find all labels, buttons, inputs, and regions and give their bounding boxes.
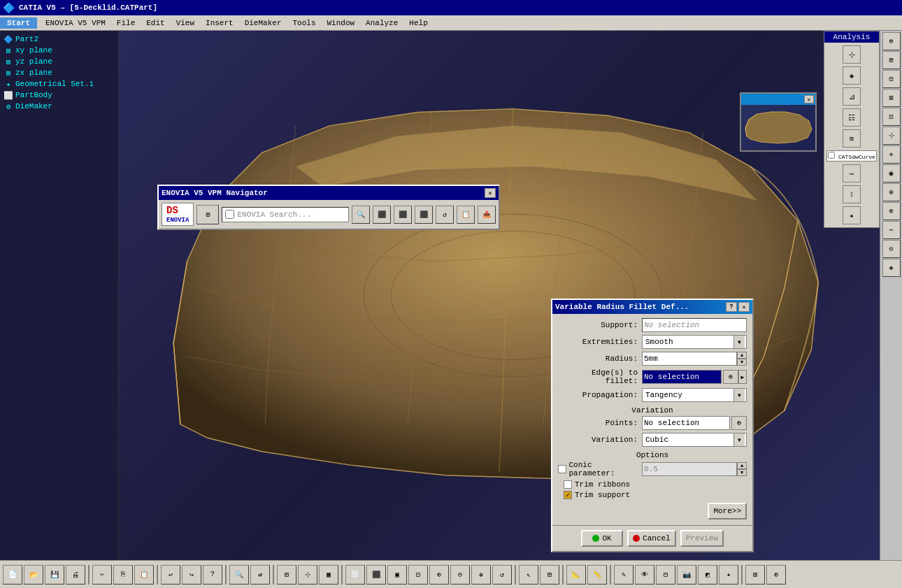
btn-rotate[interactable]: ↺ xyxy=(492,565,512,585)
points-select-icon[interactable]: ⊕ xyxy=(731,416,747,430)
conic-spin-down[interactable]: ▼ xyxy=(737,469,747,476)
btn-copy[interactable]: ⎘ xyxy=(113,565,133,585)
rt-btn-11[interactable]: ⋯ xyxy=(882,221,901,239)
tree-item-partbody[interactable]: ⬜ PartBody xyxy=(3,89,115,101)
btn-redo[interactable]: ↪ xyxy=(182,565,201,585)
rt-btn-8[interactable]: ◉ xyxy=(882,164,901,182)
menu-edit[interactable]: Edit xyxy=(141,17,170,29)
btn-view2[interactable]: ⬛ xyxy=(366,565,386,585)
edges-expand-icon[interactable]: ▶ xyxy=(738,370,747,384)
analysis-icon6[interactable]: ⋯ xyxy=(843,164,861,182)
btn-zoom-fit[interactable]: ⊡ xyxy=(408,565,428,585)
btn-cut[interactable]: ✂ xyxy=(92,565,112,585)
rt-btn-10[interactable]: ⊕ xyxy=(882,202,901,220)
enovia-tool1[interactable]: 🔍 xyxy=(352,206,370,224)
enovia-titlebar[interactable]: ENOVIA V5 VPM Navigator ✕ xyxy=(159,186,499,200)
rt-btn-3[interactable]: ⊟ xyxy=(882,70,901,88)
rt-btn-2[interactable]: ⊞ xyxy=(882,51,901,69)
variation-select[interactable]: Cubic ▼ xyxy=(642,433,747,447)
analysis-icon2[interactable]: ◈ xyxy=(843,66,861,85)
extremities-arrow-icon[interactable]: ▼ xyxy=(733,336,745,348)
radius-spin-down[interactable]: ▼ xyxy=(737,359,747,366)
more-button[interactable]: More>> xyxy=(708,503,747,519)
edges-select-icon[interactable]: ⊕ xyxy=(723,370,738,384)
menu-file[interactable]: File xyxy=(111,17,141,29)
conic-spin-up[interactable]: ▲ xyxy=(737,462,747,469)
support-input[interactable]: No selection xyxy=(642,318,747,332)
fillet-close-button[interactable]: ✕ xyxy=(738,302,750,312)
btn-help[interactable]: ? xyxy=(203,565,222,585)
rt-btn-9[interactable]: ⊗ xyxy=(882,183,901,201)
btn-select[interactable]: ↖ xyxy=(519,565,538,585)
btn-grid[interactable]: ⊞ xyxy=(277,565,296,585)
btn-zoom-in[interactable]: ⊕ xyxy=(429,565,449,585)
enovia-nav-icon[interactable]: ⊞ xyxy=(196,205,219,224)
rt-btn-6[interactable]: ⊹ xyxy=(882,127,901,145)
cancel-button[interactable]: Cancel xyxy=(627,530,676,547)
rt-btn-4[interactable]: ⊠ xyxy=(882,89,901,107)
enovia-search-checkbox[interactable] xyxy=(225,210,234,219)
btn-snap[interactable]: ⊠ xyxy=(745,565,765,585)
analysis-icon5[interactable]: ≋ xyxy=(843,129,861,148)
enovia-tool2[interactable]: ⬛ xyxy=(373,206,391,224)
menu-start[interactable]: Start xyxy=(0,17,37,29)
btn-sketch[interactable]: ⊕ xyxy=(766,565,786,585)
btn-search[interactable]: 🔍 xyxy=(229,565,249,585)
menu-analyze[interactable]: Analyze xyxy=(360,17,403,29)
3d-viewport[interactable]: ENOVIA V5 VPM Navigator ✕ DS ENOVIA ⊞ EN… xyxy=(119,31,880,560)
analysis-icon3[interactable]: ⊿ xyxy=(843,87,861,106)
variation-arrow-icon[interactable]: ▼ xyxy=(733,433,745,446)
radius-spin-up[interactable]: ▲ xyxy=(737,352,747,359)
trim-ribbons-checkbox[interactable] xyxy=(564,480,572,489)
analysis-icon7[interactable]: ↕ xyxy=(843,185,861,203)
enovia-close-button[interactable]: ✕ xyxy=(485,188,496,198)
analysis-icon8[interactable]: ✦ xyxy=(843,206,861,224)
btn-pan[interactable]: ✥ xyxy=(471,565,491,585)
propagation-arrow-icon[interactable]: ▼ xyxy=(733,389,745,401)
conic-checkbox[interactable] xyxy=(558,465,566,473)
radius-input[interactable]: 5mm xyxy=(642,352,737,366)
btn-axis[interactable]: ⊹ xyxy=(298,565,317,585)
extremities-select[interactable]: Smooth ▼ xyxy=(642,335,747,349)
btn-zoom-out[interactable]: ⊖ xyxy=(450,565,470,585)
menu-insert[interactable]: Insert xyxy=(200,17,239,29)
propagation-select[interactable]: Tangency ▼ xyxy=(642,388,747,402)
btn-save[interactable]: 💾 xyxy=(45,565,64,585)
enovia-search-input[interactable]: ENOVIA Search... xyxy=(237,210,345,219)
btn-print[interactable]: 🖨 xyxy=(66,565,85,585)
points-input[interactable]: No selection xyxy=(642,416,730,430)
tree-item-geoset[interactable]: ✦ Geometrical Set.1 xyxy=(3,78,115,89)
menu-help[interactable]: Help xyxy=(403,17,433,29)
fillet-help-button[interactable]: ? xyxy=(726,302,737,312)
tree-item-diemaker[interactable]: ⚙ DieMaker xyxy=(3,101,115,112)
btn-view3[interactable]: ▣ xyxy=(387,565,407,585)
btn-section[interactable]: ⊟ xyxy=(656,565,675,585)
btn-select2[interactable]: ⊞ xyxy=(540,565,559,585)
tree-item-yz[interactable]: ⊠ yz plane xyxy=(3,56,115,67)
menu-tools[interactable]: Tools xyxy=(287,17,321,29)
rt-btn-12[interactable]: ⊙ xyxy=(882,240,901,258)
rt-btn-1[interactable]: ⊕ xyxy=(882,32,901,50)
enovia-tool7[interactable]: 📤 xyxy=(478,206,496,224)
btn-annotate[interactable]: ✎ xyxy=(614,565,633,585)
menu-window[interactable]: Window xyxy=(322,17,361,29)
conic-input[interactable]: 0.5 xyxy=(642,462,737,476)
rt-btn-5[interactable]: ⊡ xyxy=(882,108,901,126)
btn-material[interactable]: ◩ xyxy=(698,565,717,585)
analysis-icon4[interactable]: ☷ xyxy=(843,108,861,127)
menu-diemaker[interactable]: DieMaker xyxy=(239,17,287,29)
btn-undo[interactable]: ↩ xyxy=(161,565,180,585)
btn-measure[interactable]: 📐 xyxy=(566,565,586,585)
preview-button[interactable]: Preview xyxy=(680,530,724,547)
trim-support-checkbox[interactable]: ✓ xyxy=(564,491,572,499)
fillet-titlebar[interactable]: Variable Radius Fillet Def... ? ✕ xyxy=(552,300,752,314)
tree-item-xy[interactable]: ⊠ xy plane xyxy=(3,45,115,56)
ok-button[interactable]: OK xyxy=(581,530,623,547)
analysis-icon1[interactable]: ⊹ xyxy=(843,45,861,64)
btn-new[interactable]: 📄 xyxy=(3,565,22,585)
enovia-tool3[interactable]: ⬛ xyxy=(394,206,412,224)
btn-replace[interactable]: ⇄ xyxy=(250,565,270,585)
btn-render[interactable]: ✦ xyxy=(719,565,738,585)
analysis-checkbox[interactable] xyxy=(828,152,835,159)
btn-plane[interactable]: ▦ xyxy=(319,565,338,585)
